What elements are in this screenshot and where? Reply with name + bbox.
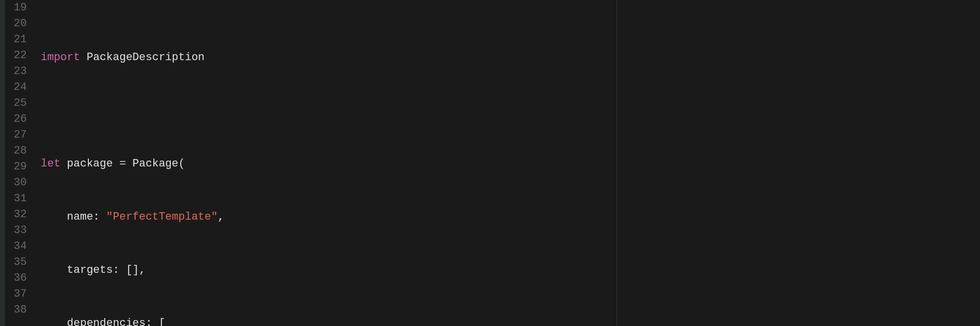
line-number: 36	[5, 270, 27, 286]
line-number: 22	[5, 48, 27, 64]
line-number: 31	[5, 191, 27, 207]
line-number: 30	[5, 175, 27, 191]
line-number: 32	[5, 207, 27, 223]
line-number: 23	[5, 64, 27, 80]
code-line[interactable]: name: "PerfectTemplate",	[33, 209, 980, 225]
line-number: 20	[5, 16, 27, 32]
editor-left-strip	[0, 0, 5, 326]
param-label: name:	[67, 211, 100, 223]
code-text: package = Package(	[67, 158, 185, 170]
line-number: 37	[5, 286, 27, 302]
punct: ,	[217, 211, 224, 223]
code-line[interactable]: let package = Package(	[33, 156, 980, 172]
module-name: PackageDescription	[86, 51, 205, 64]
line-number: 21	[5, 32, 27, 48]
code-line[interactable]: targets: [],	[33, 262, 980, 278]
code-editor[interactable]: import PackageDescription let package = …	[33, 0, 980, 326]
code-text: targets: [],	[67, 264, 145, 276]
line-number: 25	[5, 95, 27, 111]
line-number: 28	[5, 143, 27, 159]
line-number: 29	[5, 159, 27, 175]
keyword-let: let	[41, 158, 61, 170]
code-line[interactable]: import PackageDescription	[33, 50, 980, 66]
line-number: 19	[5, 0, 27, 16]
code-line[interactable]: dependencies: [	[33, 316, 980, 326]
line-number: 26	[5, 111, 27, 127]
line-number: 34	[5, 239, 27, 254]
code-line[interactable]	[33, 103, 980, 119]
line-number: 35	[5, 254, 27, 270]
line-number: 27	[5, 127, 27, 143]
line-number-gutter[interactable]: 19 20 21 22 23 24 25 26 27 28 29 30 31 3…	[5, 0, 33, 326]
line-number: 24	[5, 80, 27, 95]
keyword-import: import	[41, 51, 80, 64]
code-text: dependencies: [	[67, 317, 165, 326]
line-number: 38	[5, 302, 27, 318]
string-literal: "PerfectTemplate"	[106, 211, 217, 223]
line-number: 33	[5, 223, 27, 239]
